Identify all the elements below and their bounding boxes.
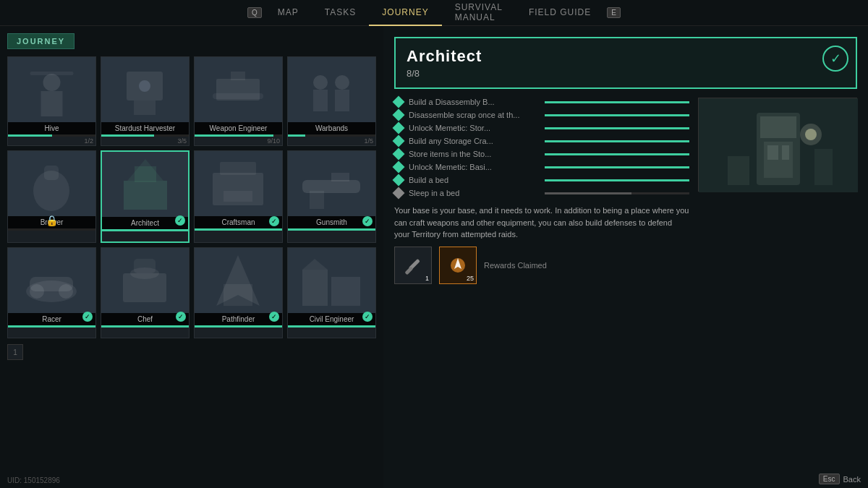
grid-item-craftsman[interactable]: Craftsman ✓ — [194, 150, 283, 243]
svg-point-47 — [805, 129, 817, 140]
grid-progress-weapon: 9/10 — [195, 137, 282, 145]
pathfinder-done-icon: ✓ — [269, 312, 279, 322]
grid-item-pathfinder[interactable]: Pathfinder ✓ — [194, 247, 283, 338]
svg-marker-17 — [127, 159, 163, 181]
nav-e-key[interactable]: E — [607, 7, 621, 18]
svg-rect-33 — [302, 270, 328, 306]
svg-rect-32 — [224, 284, 252, 306]
task-label-4: Store items in the Sto... — [409, 150, 539, 158]
grid-progress-stardust: 3/5 — [101, 137, 189, 145]
page-btn[interactable]: 1 — [7, 344, 23, 360]
grid-item-architect[interactable]: Architect ✓ — [101, 150, 190, 243]
thumb-craftsman — [195, 151, 282, 216]
racer-done-icon: ✓ — [82, 312, 93, 322]
thumb-weapon — [195, 57, 282, 122]
grid-label-weapon: Weapon Engineer — [195, 122, 282, 134]
svg-rect-42 — [760, 116, 796, 138]
task-label-6: Build a bed — [409, 176, 539, 184]
svg-rect-37 — [404, 266, 413, 275]
svg-rect-23 — [310, 191, 324, 209]
svg-rect-12 — [335, 90, 349, 111]
craftsman-done-icon: ✓ — [269, 216, 279, 226]
task-6: Build a bed — [394, 176, 689, 184]
grid-label-stardust: Stardust Harvester — [101, 122, 189, 134]
grid-item-gunsmith[interactable]: Gunsmith ✓ — [287, 150, 376, 243]
thumb-hive — [8, 57, 95, 122]
grid-item-chef[interactable]: Chef ✓ — [101, 247, 190, 338]
task-diamond-3 — [393, 135, 405, 147]
svg-point-9 — [313, 75, 328, 90]
grid-item-weapon[interactable]: Weapon Engineer 9/10 — [194, 56, 283, 146]
task-diamond-1 — [393, 109, 405, 121]
section-title: JOURNEY — [7, 33, 75, 49]
svg-rect-15 — [124, 181, 167, 210]
grid-item-civil[interactable]: Civil Engineer ✓ — [287, 247, 376, 338]
svg-rect-34 — [331, 277, 360, 306]
task-diamond-2 — [393, 122, 405, 134]
nav-q-key[interactable]: Q — [247, 7, 262, 18]
civil-done-icon: ✓ — [362, 312, 373, 322]
svg-rect-1 — [41, 91, 63, 116]
svg-rect-48 — [728, 156, 749, 185]
svg-point-11 — [335, 75, 349, 90]
rewards-label: Rewards Claimed — [484, 261, 547, 270]
task-diamond-4 — [393, 148, 405, 160]
selected-progress: 8/8 — [407, 68, 820, 79]
svg-rect-49 — [814, 149, 833, 185]
reward-count-arrow: 25 — [467, 275, 474, 282]
content-row: Build a Disassembly B... Disassemble scr… — [394, 98, 857, 284]
nav-tasks[interactable]: TASKS — [312, 0, 369, 26]
svg-rect-27 — [30, 277, 73, 291]
journey-grid: Hive 1/2 Stardust Harvester 3/5 Weapon E… — [7, 56, 376, 338]
nav-survival[interactable]: SURVIVALMANUAL — [442, 0, 516, 26]
grid-item-stardust[interactable]: Stardust Harvester 3/5 — [101, 56, 190, 146]
esc-key[interactable]: Esc — [819, 474, 840, 484]
task-diamond-7 — [393, 187, 405, 200]
selected-title: Architect — [407, 47, 820, 66]
pagination: 1 — [7, 344, 376, 360]
reward-wrench: 1 — [394, 247, 432, 284]
svg-rect-7 — [231, 72, 245, 80]
task-7: Sleep in a bed — [394, 189, 689, 197]
grid-label-hive: Hive — [8, 122, 95, 134]
right-thumb-image — [698, 98, 857, 192]
nav-journey[interactable]: JOURNEY — [369, 0, 441, 26]
right-thumb-container — [698, 98, 857, 284]
svg-rect-30 — [134, 259, 156, 273]
selected-header: Architect 8/8 ✓ — [394, 37, 857, 89]
thumb-chef — [101, 248, 189, 313]
thumb-brewer — [8, 151, 95, 216]
left-panel: JOURNEY Hive 1/2 Stardust Harvester 3/5 — [0, 26, 383, 488]
grid-progress-hive: 1/2 — [8, 137, 95, 145]
tasks-container: Build a Disassembly B... Disassemble scr… — [394, 98, 689, 284]
grid-item-hive[interactable]: Hive 1/2 — [7, 56, 96, 146]
main-content: JOURNEY Hive 1/2 Stardust Harvester 3/5 — [0, 26, 868, 488]
grid-item-warbands[interactable]: Warbands 1/5 — [287, 56, 376, 146]
svg-point-0 — [43, 74, 61, 91]
grid-progress-warbands: 1/5 — [288, 137, 375, 145]
esc-bar: Esc Back — [819, 474, 861, 484]
grid-item-racer[interactable]: Racer ✓ — [7, 247, 96, 338]
nav-map[interactable]: MAP — [265, 0, 312, 26]
task-label-2: Unlock Memetic: Stor... — [409, 124, 539, 132]
thumb-pathfinder — [195, 248, 282, 313]
architect-done-icon: ✓ — [175, 215, 185, 226]
esc-label: Back — [843, 475, 861, 484]
gunsmith-done-icon: ✓ — [362, 216, 373, 226]
task-diamond-5 — [393, 161, 405, 174]
svg-point-5 — [139, 80, 150, 92]
task-5: Unlock Memetic: Basi... — [394, 163, 689, 171]
nav-field-guide[interactable]: FIELD GUIDE — [516, 0, 604, 26]
thumb-gunsmith — [288, 151, 375, 216]
svg-rect-4 — [134, 100, 156, 115]
svg-marker-35 — [302, 259, 328, 270]
svg-rect-45 — [782, 145, 789, 160]
grid-label-warbands: Warbands — [288, 122, 375, 134]
task-1: Disassemble scrap once at th... — [394, 111, 689, 119]
grid-item-brewer[interactable]: Brewer 🔒 — [7, 150, 96, 243]
task-4: Store items in the Sto... — [394, 150, 689, 158]
task-diamond-0 — [393, 96, 405, 108]
task-label-3: Build any Storage Cra... — [409, 137, 539, 145]
task-3: Build any Storage Cra... — [394, 137, 689, 145]
task-label-7: Sleep in a bed — [409, 189, 539, 197]
